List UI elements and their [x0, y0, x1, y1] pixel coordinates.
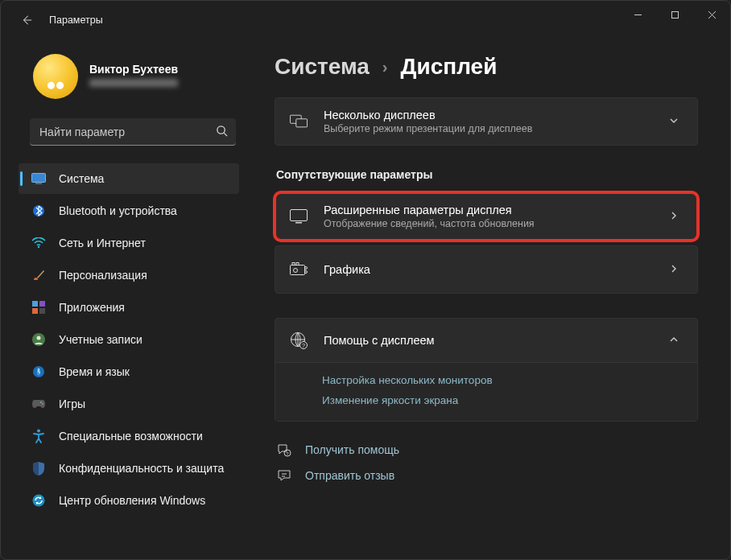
- system-icon: [31, 171, 46, 186]
- chevron-down-icon: [665, 115, 683, 128]
- sidebar-item-label: Специальные возможности: [59, 430, 203, 443]
- svg-point-26: [294, 269, 298, 273]
- sidebar-item-apps[interactable]: Приложения: [19, 292, 239, 323]
- link-label: Получить помощь: [305, 443, 399, 456]
- card-title: Графика: [324, 263, 649, 276]
- svg-text:?: ?: [286, 451, 289, 456]
- svg-point-15: [37, 430, 40, 433]
- svg-rect-23: [296, 263, 299, 266]
- sidebar-item-time[interactable]: Время и язык: [19, 356, 239, 387]
- bluetooth-icon: [31, 204, 46, 218]
- sidebar-item-bluetooth[interactable]: Bluetooth и устройства: [19, 196, 239, 226]
- wifi-icon: [31, 236, 46, 250]
- breadcrumb-separator: ›: [382, 58, 388, 76]
- breadcrumb-parent[interactable]: Система: [275, 54, 370, 80]
- clock-icon: [31, 364, 46, 379]
- card-graphics[interactable]: Графика: [275, 245, 698, 294]
- maximize-button[interactable]: [656, 1, 693, 28]
- chevron-up-icon: [665, 334, 683, 347]
- window-title: Параметры: [49, 14, 103, 26]
- help-icon: ?: [276, 443, 292, 457]
- profile-block[interactable]: Виктор Бухтеев: [19, 47, 239, 115]
- svg-point-5: [38, 246, 39, 248]
- sidebar-item-label: Система: [59, 172, 104, 185]
- footer-links: ? Получить помощь Отправить отзыв: [275, 443, 698, 483]
- breadcrumb: Система › Дисплей: [275, 54, 698, 80]
- sidebar-item-label: Bluetooth и устройства: [59, 204, 177, 217]
- titlebar: Параметры: [1, 1, 730, 39]
- feedback-icon: [276, 468, 292, 483]
- search-box[interactable]: [30, 118, 236, 146]
- svg-point-1: [217, 126, 225, 133]
- section-related-settings: Сопутствующие параметры: [276, 168, 698, 181]
- globe-help-icon: ?: [290, 331, 308, 349]
- sidebar-item-label: Учетные записи: [59, 333, 142, 346]
- sidebar-item-label: Центр обновления Windows: [59, 494, 205, 507]
- sidebar-item-privacy[interactable]: Конфиденциальность и защита: [19, 453, 239, 484]
- sidebar-item-label: Время и язык: [59, 365, 130, 378]
- card-subtitle: Выберите режим презентации для дисплеев: [324, 123, 649, 134]
- svg-rect-0: [671, 11, 678, 18]
- card-title: Несколько дисплеев: [324, 109, 649, 121]
- update-icon: [31, 493, 46, 508]
- card-title: Расширенные параметры дисплея: [324, 204, 649, 216]
- link-feedback[interactable]: Отправить отзыв: [276, 468, 698, 483]
- breadcrumb-current: Дисплей: [401, 54, 498, 80]
- help-link-brightness[interactable]: Изменение яркости экрана: [322, 394, 683, 406]
- sidebar-item-label: Персонализация: [59, 269, 147, 282]
- sidebar-item-label: Игры: [59, 397, 85, 410]
- main-content: Система › Дисплей Несколько дисплеев Выб…: [250, 39, 730, 559]
- svg-rect-22: [292, 263, 295, 266]
- sidebar-item-system[interactable]: Система: [19, 163, 239, 194]
- svg-point-14: [42, 403, 43, 405]
- shield-icon: [31, 461, 46, 476]
- svg-point-16: [33, 495, 45, 507]
- sidebar-nav: Система Bluetooth и устройства Сеть и Ин…: [19, 163, 239, 516]
- accessibility-icon: [31, 429, 46, 443]
- svg-rect-6: [32, 301, 38, 307]
- chevron-right-icon: [665, 210, 683, 223]
- sidebar: Виктор Бухтеев Система Bluetooth и устро…: [1, 39, 250, 559]
- multiple-displays-icon: [290, 113, 308, 130]
- sidebar-item-personalization[interactable]: Персонализация: [19, 260, 239, 290]
- minimize-button[interactable]: [619, 1, 656, 28]
- help-body: Настройка нескольких мониторов Изменение…: [275, 362, 697, 421]
- svg-text:?: ?: [302, 343, 305, 348]
- card-subtitle: Отображение сведений, частота обновления: [324, 218, 649, 229]
- close-button[interactable]: [693, 1, 730, 28]
- svg-rect-7: [39, 301, 45, 307]
- link-get-help[interactable]: ? Получить помощь: [276, 443, 698, 457]
- svg-rect-3: [35, 183, 42, 184]
- accounts-icon: [31, 332, 46, 347]
- profile-name: Виктор Бухтеев: [89, 63, 178, 76]
- svg-rect-20: [295, 222, 302, 224]
- card-multiple-displays[interactable]: Несколько дисплеев Выберите режим презен…: [275, 97, 698, 146]
- svg-rect-9: [39, 308, 45, 314]
- svg-rect-19: [291, 210, 308, 221]
- svg-point-24: [305, 267, 308, 270]
- svg-point-13: [40, 401, 42, 403]
- sidebar-item-gaming[interactable]: Игры: [19, 389, 239, 419]
- svg-point-11: [37, 336, 41, 340]
- help-header[interactable]: ? Помощь с дисплеем: [275, 319, 697, 362]
- search-icon: [216, 125, 228, 139]
- help-link-multi-monitor[interactable]: Настройка нескольких мониторов: [322, 374, 683, 386]
- sidebar-item-label: Конфиденциальность и защита: [59, 462, 224, 475]
- svg-rect-18: [296, 119, 308, 127]
- sidebar-item-accessibility[interactable]: Специальные возможности: [19, 421, 239, 451]
- sidebar-item-update[interactable]: Центр обновления Windows: [19, 485, 239, 516]
- sidebar-item-network[interactable]: Сеть и Интернет: [19, 228, 239, 258]
- card-help-display: ? Помощь с дисплеем Настройка нескольких…: [275, 318, 698, 422]
- window-controls: [619, 1, 730, 33]
- back-button[interactable]: [10, 4, 43, 36]
- card-advanced-display[interactable]: Расширенные параметры дисплея Отображени…: [275, 192, 698, 241]
- search-input[interactable]: [39, 126, 216, 138]
- avatar: [33, 54, 78, 99]
- help-title: Помощь с дисплеем: [324, 334, 649, 347]
- svg-rect-2: [32, 174, 46, 183]
- chevron-right-icon: [665, 263, 683, 276]
- apps-icon: [31, 300, 46, 315]
- sidebar-item-accounts[interactable]: Учетные записи: [19, 324, 239, 355]
- display-icon: [290, 208, 308, 225]
- gaming-icon: [31, 397, 46, 411]
